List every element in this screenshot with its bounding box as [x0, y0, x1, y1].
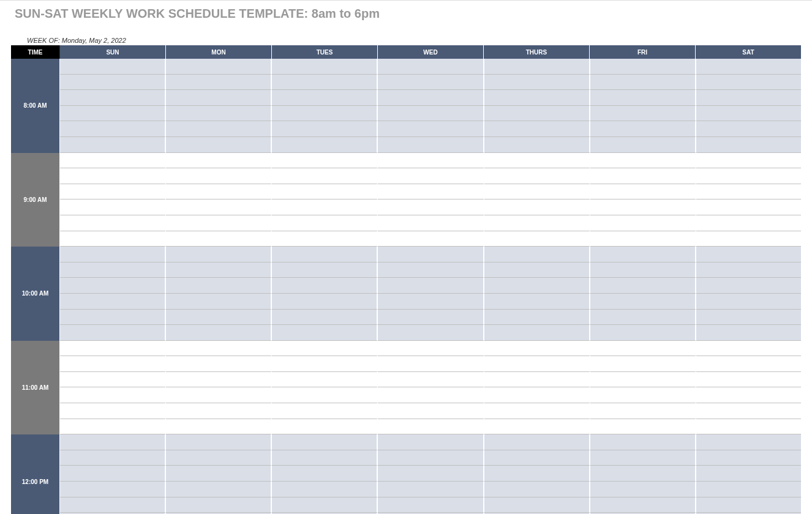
- schedule-cell[interactable]: [696, 90, 801, 106]
- schedule-cell[interactable]: [590, 199, 696, 215]
- schedule-cell[interactable]: [166, 231, 272, 247]
- schedule-cell[interactable]: [60, 387, 166, 403]
- schedule-cell[interactable]: [166, 199, 272, 215]
- schedule-cell[interactable]: [484, 153, 590, 169]
- schedule-cell[interactable]: [272, 310, 378, 326]
- schedule-cell[interactable]: [696, 59, 801, 75]
- schedule-cell[interactable]: [272, 90, 378, 106]
- schedule-cell[interactable]: [60, 59, 166, 75]
- schedule-cell[interactable]: [378, 325, 484, 341]
- schedule-cell[interactable]: [60, 153, 166, 169]
- schedule-cell[interactable]: [696, 387, 801, 403]
- schedule-cell[interactable]: [590, 263, 696, 278]
- schedule-cell[interactable]: [60, 75, 166, 91]
- schedule-cell[interactable]: [166, 215, 272, 231]
- schedule-cell[interactable]: [696, 403, 801, 419]
- schedule-cell[interactable]: [696, 231, 801, 247]
- schedule-cell[interactable]: [272, 466, 378, 482]
- schedule-cell[interactable]: [166, 75, 272, 91]
- schedule-cell[interactable]: [696, 466, 801, 482]
- schedule-cell[interactable]: [590, 403, 696, 419]
- schedule-cell[interactable]: [378, 466, 484, 482]
- schedule-cell[interactable]: [166, 121, 272, 137]
- schedule-cell[interactable]: [378, 199, 484, 215]
- schedule-cell[interactable]: [272, 199, 378, 215]
- schedule-cell[interactable]: [590, 482, 696, 497]
- schedule-cell[interactable]: [272, 75, 378, 91]
- schedule-cell[interactable]: [696, 419, 801, 435]
- schedule-cell[interactable]: [590, 215, 696, 231]
- schedule-cell[interactable]: [272, 325, 378, 341]
- schedule-cell[interactable]: [590, 90, 696, 106]
- schedule-cell[interactable]: [484, 434, 590, 450]
- schedule-cell[interactable]: [272, 106, 378, 122]
- schedule-cell[interactable]: [696, 341, 801, 357]
- schedule-cell[interactable]: [378, 310, 484, 326]
- schedule-cell[interactable]: [484, 90, 590, 106]
- schedule-cell[interactable]: [166, 450, 272, 466]
- schedule-cell[interactable]: [272, 372, 378, 388]
- schedule-cell[interactable]: [272, 450, 378, 466]
- schedule-cell[interactable]: [696, 372, 801, 388]
- schedule-cell[interactable]: [696, 168, 801, 184]
- schedule-cell[interactable]: [60, 450, 166, 466]
- schedule-cell[interactable]: [378, 450, 484, 466]
- schedule-cell[interactable]: [590, 434, 696, 450]
- schedule-cell[interactable]: [60, 90, 166, 106]
- schedule-cell[interactable]: [484, 215, 590, 231]
- schedule-cell[interactable]: [272, 247, 378, 263]
- schedule-cell[interactable]: [590, 59, 696, 75]
- schedule-cell[interactable]: [484, 325, 590, 341]
- schedule-cell[interactable]: [378, 403, 484, 419]
- schedule-cell[interactable]: [60, 168, 166, 184]
- schedule-cell[interactable]: [590, 372, 696, 388]
- schedule-cell[interactable]: [590, 294, 696, 310]
- schedule-cell[interactable]: [60, 356, 166, 372]
- schedule-cell[interactable]: [696, 482, 801, 497]
- schedule-cell[interactable]: [696, 434, 801, 450]
- schedule-cell[interactable]: [166, 294, 272, 310]
- schedule-cell[interactable]: [590, 278, 696, 294]
- schedule-cell[interactable]: [272, 278, 378, 294]
- schedule-cell[interactable]: [166, 434, 272, 450]
- schedule-cell[interactable]: [272, 434, 378, 450]
- schedule-cell[interactable]: [166, 90, 272, 106]
- schedule-cell[interactable]: [484, 278, 590, 294]
- schedule-cell[interactable]: [378, 263, 484, 278]
- schedule-cell[interactable]: [272, 387, 378, 403]
- schedule-cell[interactable]: [272, 137, 378, 153]
- schedule-cell[interactable]: [166, 247, 272, 263]
- schedule-cell[interactable]: [696, 75, 801, 91]
- schedule-cell[interactable]: [272, 168, 378, 184]
- schedule-cell[interactable]: [60, 137, 166, 153]
- schedule-cell[interactable]: [166, 310, 272, 326]
- schedule-cell[interactable]: [696, 450, 801, 466]
- schedule-cell[interactable]: [484, 341, 590, 357]
- schedule-cell[interactable]: [590, 310, 696, 326]
- schedule-cell[interactable]: [590, 325, 696, 341]
- schedule-cell[interactable]: [60, 497, 166, 513]
- schedule-cell[interactable]: [590, 247, 696, 263]
- schedule-cell[interactable]: [272, 153, 378, 169]
- schedule-cell[interactable]: [166, 263, 272, 278]
- schedule-cell[interactable]: [378, 137, 484, 153]
- schedule-cell[interactable]: [484, 247, 590, 263]
- schedule-cell[interactable]: [378, 387, 484, 403]
- schedule-cell[interactable]: [378, 121, 484, 137]
- schedule-cell[interactable]: [60, 121, 166, 137]
- schedule-cell[interactable]: [166, 325, 272, 341]
- schedule-cell[interactable]: [696, 153, 801, 169]
- schedule-cell[interactable]: [484, 168, 590, 184]
- schedule-cell[interactable]: [484, 184, 590, 200]
- schedule-cell[interactable]: [696, 263, 801, 278]
- schedule-cell[interactable]: [272, 482, 378, 497]
- schedule-cell[interactable]: [590, 466, 696, 482]
- schedule-cell[interactable]: [696, 325, 801, 341]
- schedule-cell[interactable]: [484, 482, 590, 497]
- schedule-cell[interactable]: [166, 153, 272, 169]
- schedule-cell[interactable]: [484, 75, 590, 91]
- schedule-cell[interactable]: [166, 168, 272, 184]
- schedule-cell[interactable]: [590, 497, 696, 513]
- schedule-cell[interactable]: [60, 341, 166, 357]
- schedule-cell[interactable]: [60, 434, 166, 450]
